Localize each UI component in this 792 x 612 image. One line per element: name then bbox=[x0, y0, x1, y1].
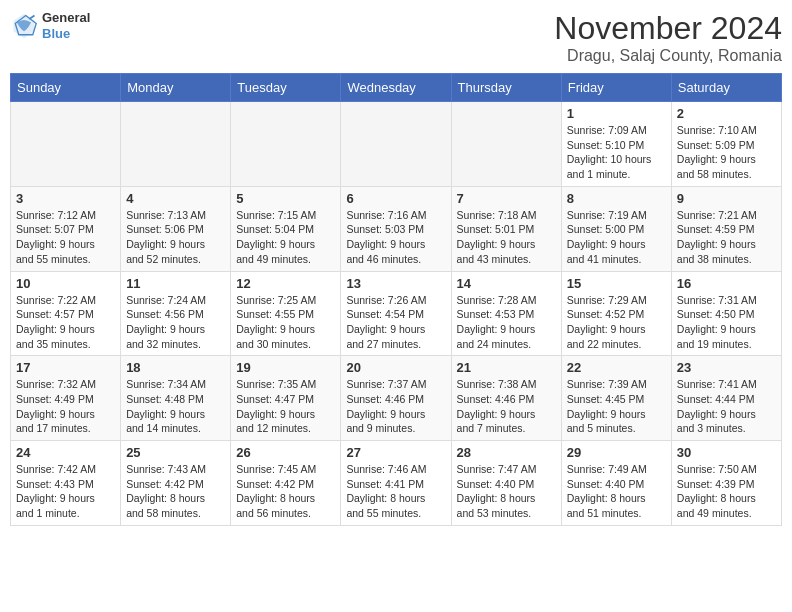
day-number: 10 bbox=[16, 276, 115, 291]
day-number: 26 bbox=[236, 445, 335, 460]
day-number: 22 bbox=[567, 360, 666, 375]
day-number: 4 bbox=[126, 191, 225, 206]
day-number: 5 bbox=[236, 191, 335, 206]
day-info: Sunrise: 7:28 AM Sunset: 4:53 PM Dayligh… bbox=[457, 293, 556, 352]
calendar-cell bbox=[231, 102, 341, 187]
weekday-header: Thursday bbox=[451, 74, 561, 102]
day-number: 27 bbox=[346, 445, 445, 460]
title-section: November 2024 Dragu, Salaj County, Roman… bbox=[554, 10, 782, 65]
day-number: 23 bbox=[677, 360, 776, 375]
calendar-cell: 23Sunrise: 7:41 AM Sunset: 4:44 PM Dayli… bbox=[671, 356, 781, 441]
weekday-header: Friday bbox=[561, 74, 671, 102]
calendar-table: SundayMondayTuesdayWednesdayThursdayFrid… bbox=[10, 73, 782, 526]
day-info: Sunrise: 7:26 AM Sunset: 4:54 PM Dayligh… bbox=[346, 293, 445, 352]
day-info: Sunrise: 7:25 AM Sunset: 4:55 PM Dayligh… bbox=[236, 293, 335, 352]
day-number: 17 bbox=[16, 360, 115, 375]
week-row: 3Sunrise: 7:12 AM Sunset: 5:07 PM Daylig… bbox=[11, 186, 782, 271]
calendar-cell: 26Sunrise: 7:45 AM Sunset: 4:42 PM Dayli… bbox=[231, 441, 341, 526]
day-number: 28 bbox=[457, 445, 556, 460]
day-number: 8 bbox=[567, 191, 666, 206]
day-number: 14 bbox=[457, 276, 556, 291]
location: Dragu, Salaj County, Romania bbox=[554, 47, 782, 65]
day-info: Sunrise: 7:13 AM Sunset: 5:06 PM Dayligh… bbox=[126, 208, 225, 267]
day-number: 19 bbox=[236, 360, 335, 375]
calendar-cell: 7Sunrise: 7:18 AM Sunset: 5:01 PM Daylig… bbox=[451, 186, 561, 271]
calendar-cell: 2Sunrise: 7:10 AM Sunset: 5:09 PM Daylig… bbox=[671, 102, 781, 187]
day-info: Sunrise: 7:46 AM Sunset: 4:41 PM Dayligh… bbox=[346, 462, 445, 521]
day-info: Sunrise: 7:12 AM Sunset: 5:07 PM Dayligh… bbox=[16, 208, 115, 267]
logo-text: General Blue bbox=[42, 10, 90, 41]
day-info: Sunrise: 7:47 AM Sunset: 4:40 PM Dayligh… bbox=[457, 462, 556, 521]
calendar-cell: 30Sunrise: 7:50 AM Sunset: 4:39 PM Dayli… bbox=[671, 441, 781, 526]
week-row: 24Sunrise: 7:42 AM Sunset: 4:43 PM Dayli… bbox=[11, 441, 782, 526]
calendar-cell: 20Sunrise: 7:37 AM Sunset: 4:46 PM Dayli… bbox=[341, 356, 451, 441]
logo-line1: General bbox=[42, 10, 90, 26]
day-number: 3 bbox=[16, 191, 115, 206]
day-info: Sunrise: 7:21 AM Sunset: 4:59 PM Dayligh… bbox=[677, 208, 776, 267]
weekday-header-row: SundayMondayTuesdayWednesdayThursdayFrid… bbox=[11, 74, 782, 102]
week-row: 1Sunrise: 7:09 AM Sunset: 5:10 PM Daylig… bbox=[11, 102, 782, 187]
day-info: Sunrise: 7:22 AM Sunset: 4:57 PM Dayligh… bbox=[16, 293, 115, 352]
calendar-cell: 13Sunrise: 7:26 AM Sunset: 4:54 PM Dayli… bbox=[341, 271, 451, 356]
day-number: 11 bbox=[126, 276, 225, 291]
day-info: Sunrise: 7:10 AM Sunset: 5:09 PM Dayligh… bbox=[677, 123, 776, 182]
day-info: Sunrise: 7:41 AM Sunset: 4:44 PM Dayligh… bbox=[677, 377, 776, 436]
day-info: Sunrise: 7:43 AM Sunset: 4:42 PM Dayligh… bbox=[126, 462, 225, 521]
weekday-header: Tuesday bbox=[231, 74, 341, 102]
calendar-cell: 1Sunrise: 7:09 AM Sunset: 5:10 PM Daylig… bbox=[561, 102, 671, 187]
calendar-cell: 3Sunrise: 7:12 AM Sunset: 5:07 PM Daylig… bbox=[11, 186, 121, 271]
calendar-cell: 5Sunrise: 7:15 AM Sunset: 5:04 PM Daylig… bbox=[231, 186, 341, 271]
logo-line2: Blue bbox=[42, 26, 90, 42]
day-info: Sunrise: 7:35 AM Sunset: 4:47 PM Dayligh… bbox=[236, 377, 335, 436]
day-number: 2 bbox=[677, 106, 776, 121]
day-info: Sunrise: 7:16 AM Sunset: 5:03 PM Dayligh… bbox=[346, 208, 445, 267]
day-number: 18 bbox=[126, 360, 225, 375]
day-number: 29 bbox=[567, 445, 666, 460]
weekday-header: Monday bbox=[121, 74, 231, 102]
day-info: Sunrise: 7:29 AM Sunset: 4:52 PM Dayligh… bbox=[567, 293, 666, 352]
day-number: 1 bbox=[567, 106, 666, 121]
day-number: 6 bbox=[346, 191, 445, 206]
calendar-cell: 12Sunrise: 7:25 AM Sunset: 4:55 PM Dayli… bbox=[231, 271, 341, 356]
calendar-cell: 22Sunrise: 7:39 AM Sunset: 4:45 PM Dayli… bbox=[561, 356, 671, 441]
calendar-cell: 18Sunrise: 7:34 AM Sunset: 4:48 PM Dayli… bbox=[121, 356, 231, 441]
week-row: 10Sunrise: 7:22 AM Sunset: 4:57 PM Dayli… bbox=[11, 271, 782, 356]
calendar-cell: 28Sunrise: 7:47 AM Sunset: 4:40 PM Dayli… bbox=[451, 441, 561, 526]
day-number: 15 bbox=[567, 276, 666, 291]
day-number: 16 bbox=[677, 276, 776, 291]
day-info: Sunrise: 7:19 AM Sunset: 5:00 PM Dayligh… bbox=[567, 208, 666, 267]
day-info: Sunrise: 7:39 AM Sunset: 4:45 PM Dayligh… bbox=[567, 377, 666, 436]
day-number: 7 bbox=[457, 191, 556, 206]
week-row: 17Sunrise: 7:32 AM Sunset: 4:49 PM Dayli… bbox=[11, 356, 782, 441]
day-info: Sunrise: 7:45 AM Sunset: 4:42 PM Dayligh… bbox=[236, 462, 335, 521]
calendar-cell: 19Sunrise: 7:35 AM Sunset: 4:47 PM Dayli… bbox=[231, 356, 341, 441]
day-info: Sunrise: 7:49 AM Sunset: 4:40 PM Dayligh… bbox=[567, 462, 666, 521]
day-info: Sunrise: 7:38 AM Sunset: 4:46 PM Dayligh… bbox=[457, 377, 556, 436]
day-info: Sunrise: 7:32 AM Sunset: 4:49 PM Dayligh… bbox=[16, 377, 115, 436]
calendar-cell: 24Sunrise: 7:42 AM Sunset: 4:43 PM Dayli… bbox=[11, 441, 121, 526]
page-header: General Blue November 2024 Dragu, Salaj … bbox=[10, 10, 782, 65]
day-info: Sunrise: 7:50 AM Sunset: 4:39 PM Dayligh… bbox=[677, 462, 776, 521]
day-info: Sunrise: 7:15 AM Sunset: 5:04 PM Dayligh… bbox=[236, 208, 335, 267]
calendar-cell bbox=[451, 102, 561, 187]
weekday-header: Wednesday bbox=[341, 74, 451, 102]
day-number: 20 bbox=[346, 360, 445, 375]
day-info: Sunrise: 7:24 AM Sunset: 4:56 PM Dayligh… bbox=[126, 293, 225, 352]
calendar-cell bbox=[341, 102, 451, 187]
day-number: 13 bbox=[346, 276, 445, 291]
day-info: Sunrise: 7:34 AM Sunset: 4:48 PM Dayligh… bbox=[126, 377, 225, 436]
calendar-cell: 25Sunrise: 7:43 AM Sunset: 4:42 PM Dayli… bbox=[121, 441, 231, 526]
calendar-cell: 9Sunrise: 7:21 AM Sunset: 4:59 PM Daylig… bbox=[671, 186, 781, 271]
day-info: Sunrise: 7:37 AM Sunset: 4:46 PM Dayligh… bbox=[346, 377, 445, 436]
weekday-header: Sunday bbox=[11, 74, 121, 102]
day-number: 21 bbox=[457, 360, 556, 375]
calendar-cell: 10Sunrise: 7:22 AM Sunset: 4:57 PM Dayli… bbox=[11, 271, 121, 356]
calendar-cell: 29Sunrise: 7:49 AM Sunset: 4:40 PM Dayli… bbox=[561, 441, 671, 526]
day-number: 25 bbox=[126, 445, 225, 460]
day-info: Sunrise: 7:09 AM Sunset: 5:10 PM Dayligh… bbox=[567, 123, 666, 182]
day-number: 24 bbox=[16, 445, 115, 460]
calendar-cell: 17Sunrise: 7:32 AM Sunset: 4:49 PM Dayli… bbox=[11, 356, 121, 441]
calendar-cell: 4Sunrise: 7:13 AM Sunset: 5:06 PM Daylig… bbox=[121, 186, 231, 271]
day-info: Sunrise: 7:31 AM Sunset: 4:50 PM Dayligh… bbox=[677, 293, 776, 352]
day-info: Sunrise: 7:18 AM Sunset: 5:01 PM Dayligh… bbox=[457, 208, 556, 267]
